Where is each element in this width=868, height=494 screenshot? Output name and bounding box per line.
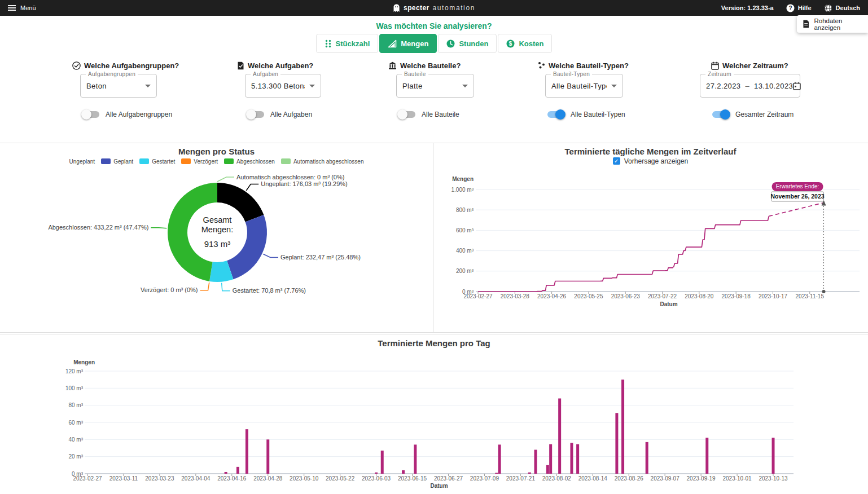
bar-2023-04-21[interactable] <box>246 429 248 474</box>
forecast-checkbox-label: Vorhersage anzeigen <box>624 157 688 165</box>
bar-2023-10-13[interactable] <box>772 438 775 474</box>
x-axis-tick-label: 2023-05-25 <box>574 293 603 299</box>
version-label: Version: 1.23.33-a <box>721 5 774 11</box>
bar-2023-08-03[interactable] <box>558 399 561 474</box>
forecast-line <box>769 203 823 217</box>
donut-callout-label: Verzögert: 0 m³ (0%) <box>141 286 198 293</box>
x-axis-title: Datum <box>430 483 448 489</box>
bar-2023-07-13[interactable] <box>495 473 498 474</box>
bar-chart-title: Terminierte Mengen pro Tag <box>0 338 868 347</box>
legend-item[interactable]: Geplant <box>101 158 133 165</box>
legend-item[interactable]: Abgeschlossen <box>224 158 275 165</box>
menu-button[interactable]: Menü <box>8 5 36 11</box>
alle-aufgaben-toggle[interactable] <box>246 109 265 120</box>
ruler-icon <box>388 39 397 48</box>
filter-bauteil-typen: Welche Bauteil-Typen? Bauteil-Typen Alle… <box>537 61 629 120</box>
topbar: Menü specter automation Version: 1.23.33… <box>0 0 868 16</box>
bar-2023-06-03[interactable] <box>375 473 378 474</box>
donut-center-label: Mengen: <box>201 225 233 234</box>
y-axis-title: Mengen <box>73 359 95 365</box>
bar-2023-09-21[interactable] <box>705 438 708 474</box>
timeline-chart: 0 m³200 m³400 m³600 m³800 m³1.000 m³Meng… <box>433 168 867 333</box>
legend-swatch <box>101 158 111 164</box>
raw-data-menu-item[interactable]: Rohdaten anzeigen <box>797 15 868 33</box>
callout-line <box>200 283 209 290</box>
filter-title: Welcher Zeitraum? <box>722 61 788 70</box>
tab-stueckzahl[interactable]: Stückzahl <box>316 34 379 53</box>
alle-bauteil-typen-toggle[interactable] <box>546 109 565 120</box>
cumulative-line <box>478 216 769 292</box>
x-axis-tick-label: 2023-09-18 <box>722 293 751 299</box>
status-donut-panel: Mengen pro Status UngeplantGeplantGestar… <box>0 143 433 332</box>
tab-mengen[interactable]: Mengen <box>379 34 437 53</box>
dollar-icon: $ <box>506 39 515 48</box>
legend-label: Ungeplant <box>69 158 95 165</box>
building-icon <box>388 61 397 70</box>
chevron-down-icon <box>309 85 315 87</box>
alle-bauteile-toggle[interactable] <box>397 109 417 120</box>
bauteil-typen-select[interactable]: Bauteil-Typen Alle Bauteil-Typen <box>545 74 623 98</box>
tab-stunden[interactable]: Stunden <box>438 34 497 53</box>
bar-2023-08-09[interactable] <box>576 444 579 474</box>
calendar-input-icon[interactable] <box>793 82 801 90</box>
bar-2023-07-31[interactable] <box>549 444 552 474</box>
y-axis-tick-label: 1.000 m³ <box>451 187 474 193</box>
zeitraum-field[interactable]: Zeitraum 27.2.2023 – 13.10.2023 <box>700 74 800 98</box>
x-axis-tick-label: 2023-07-21 <box>506 475 536 482</box>
bar-2023-06-16[interactable] <box>414 444 417 474</box>
forecast-checkbox[interactable]: ✓ <box>613 157 620 165</box>
language-button[interactable]: Deutsch <box>824 4 860 12</box>
bar-2023-09-01[interactable] <box>646 442 648 474</box>
help-button[interactable]: ? Hilfe <box>786 4 812 12</box>
x-axis-tick-label: 2023-10-17 <box>759 293 788 299</box>
svg-text:$: $ <box>509 40 512 47</box>
alle-aufgabengruppen-toggle[interactable] <box>81 109 100 120</box>
bar-2023-06-12[interactable] <box>402 470 405 474</box>
select-floating-label: Zeitraum <box>705 71 734 77</box>
bar-2023-07-24[interactable] <box>528 473 531 474</box>
donut-center-label: Gesamt <box>203 215 232 224</box>
filter-aufgabengruppen: Welche Aufgabengruppen? Aufgabengruppen … <box>72 61 179 120</box>
legend-label: Automatisch abgeschlossen <box>293 158 364 165</box>
legend-item[interactable]: Automatisch abgeschlossen <box>281 158 364 165</box>
bar-2023-07-14[interactable] <box>498 444 501 474</box>
chevron-down-icon <box>145 85 151 87</box>
date-from[interactable]: 27.2.2023 <box>706 82 740 90</box>
date-to[interactable]: 13.10.2023 <box>754 82 793 90</box>
select-floating-label: Aufgaben <box>251 71 280 77</box>
legend-item[interactable]: Verzögert <box>181 158 218 165</box>
x-axis-tick-label: 2023-03-28 <box>501 293 530 299</box>
x-axis-tick-label: 2023-07-22 <box>648 293 677 299</box>
toggle-label: Gesamter Zeitraum <box>735 111 794 118</box>
x-axis-tick-label: 2023-11-15 <box>796 293 825 299</box>
bar-2023-08-07[interactable] <box>570 443 573 474</box>
aufgabengruppen-select[interactable]: Aufgabengruppen Beton <box>80 74 157 98</box>
help-icon: ? <box>786 4 795 12</box>
legend-item[interactable]: Gestartet <box>139 158 175 165</box>
legend-swatch <box>281 158 291 164</box>
y-axis-tick-label: 600 m³ <box>456 227 474 233</box>
legend-swatch <box>224 158 234 164</box>
bar-2023-04-18[interactable] <box>236 467 239 474</box>
legend-item[interactable]: Ungeplant <box>69 158 95 165</box>
bar-2023-07-26[interactable] <box>534 450 537 474</box>
donut-callout-label: Automatisch abgeschlossen: 0 m³ (0%) <box>236 174 344 180</box>
callout-line <box>217 177 234 182</box>
select-floating-label: Aufgabengruppen <box>86 71 138 77</box>
tab-kosten[interactable]: $ Kosten <box>498 34 552 53</box>
legend-label: Abgeschlossen <box>236 158 275 165</box>
bar-2023-08-24[interactable] <box>621 380 624 474</box>
bar-2023-04-28[interactable] <box>266 439 269 474</box>
gesamter-zeitraum-toggle[interactable] <box>711 109 730 120</box>
bar-2023-04-14[interactable] <box>225 472 227 474</box>
bauteile-select[interactable]: Bauteile Platte <box>396 74 474 98</box>
raw-data-menu-label: Rohdaten anzeigen <box>814 17 868 31</box>
chevron-down-icon <box>462 85 468 87</box>
x-axis-tick-label: 2023-04-26 <box>537 293 567 299</box>
select-value: Alle Bauteil-Typen <box>551 82 607 90</box>
aufgaben-select[interactable]: Aufgaben 5.13.300 Betonag… <box>245 74 321 98</box>
bar-2023-08-22[interactable] <box>615 413 618 474</box>
tab-label: Stunden <box>459 39 488 48</box>
bar-2023-07-30[interactable] <box>546 465 549 474</box>
bar-2023-06-05[interactable] <box>381 451 384 474</box>
